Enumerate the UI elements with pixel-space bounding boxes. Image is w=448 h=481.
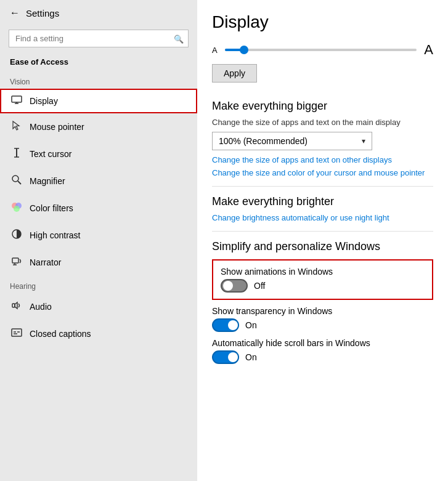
sidebar-item-mouse-pointer[interactable]: Mouse pointer (0, 113, 197, 140)
high-contrast-icon (11, 228, 22, 242)
animations-toggle-wrap: Off (221, 279, 425, 293)
size-dropdown-row: 100% (Recommended) ▾ (212, 132, 433, 150)
main-content: Display A A Apply Make everything bigger… (197, 0, 448, 481)
hearing-section-label: Hearing (0, 276, 197, 293)
scrollbars-state-text: On (245, 352, 257, 362)
simplify-heading: Simplify and personalize Windows (212, 240, 433, 253)
magnifier-icon (11, 174, 22, 188)
sidebar-item-audio[interactable]: Audio (0, 293, 197, 320)
svg-rect-16 (12, 329, 22, 336)
sidebar-item-high-contrast[interactable]: High contrast (0, 222, 197, 249)
vision-section-label: Vision (0, 71, 197, 89)
transparency-toggle-wrap: On (212, 318, 433, 332)
animations-toggle-thumb (223, 281, 233, 291)
sidebar-item-closed-captions-label: Closed captions (30, 329, 91, 339)
sidebar-item-color-filters[interactable]: Color filters (0, 195, 197, 222)
transparency-state-text: On (245, 320, 257, 330)
search-input[interactable] (9, 30, 189, 47)
slider-thumb (240, 46, 248, 54)
ease-of-access-label: Ease of Access (0, 54, 197, 71)
sidebar-item-magnifier-label: Magnifier (30, 176, 65, 186)
chevron-down-icon: ▾ (362, 137, 365, 145)
sidebar-item-text-cursor[interactable]: Text cursor (0, 140, 197, 168)
text-size-large-label: A (424, 42, 433, 58)
closed-captions-icon (11, 327, 22, 341)
audio-icon (11, 300, 22, 313)
sidebar-item-audio-label: Audio (30, 302, 52, 312)
back-button[interactable]: ← Settings (0, 0, 197, 26)
animations-highlight-box: Show animations in Windows Off (212, 259, 433, 300)
narrator-icon (11, 256, 22, 269)
scrollbars-row: Automatically hide scroll bars in Window… (212, 338, 433, 364)
size-dropdown-value: 100% (Recommended) (219, 136, 307, 146)
scrollbars-toggle-thumb (228, 352, 238, 362)
sidebar-item-display-label: Display (30, 96, 58, 106)
scrollbars-label: Automatically hide scroll bars in Window… (212, 338, 433, 348)
sidebar-item-high-contrast-label: High contrast (30, 230, 80, 240)
sidebar-item-magnifier[interactable]: Magnifier (0, 168, 197, 195)
sidebar-item-display[interactable]: Display (0, 89, 197, 113)
animations-label: Show animations in Windows (221, 267, 425, 277)
svg-point-10 (14, 206, 20, 212)
search-icon: 🔍 (174, 34, 184, 43)
sidebar-item-closed-captions[interactable]: Closed captions (0, 320, 197, 347)
display-icon (11, 95, 22, 107)
other-displays-link[interactable]: Change the size of apps and text on othe… (212, 155, 433, 164)
make-brighter-heading: Make everything brighter (212, 195, 433, 208)
back-icon: ← (10, 7, 20, 18)
sidebar-item-color-filters-label: Color filters (30, 203, 73, 213)
scrollbars-toggle-wrap: On (212, 350, 433, 364)
sidebar-item-narrator-label: Narrator (30, 257, 61, 267)
scrollbars-toggle[interactable] (212, 350, 239, 364)
svg-rect-12 (12, 258, 18, 263)
settings-title: Settings (26, 8, 59, 18)
text-size-small-label: A (212, 46, 218, 55)
svg-rect-0 (12, 96, 22, 102)
text-size-row: A A (212, 42, 433, 58)
animations-toggle[interactable] (221, 279, 248, 293)
cursor-link[interactable]: Change the size and color of your cursor… (212, 168, 433, 177)
make-bigger-desc: Change the size of apps and text on the … (212, 118, 433, 127)
search-box: 🔍 (9, 30, 189, 47)
animations-state-text: Off (254, 281, 265, 291)
color-filters-icon (11, 201, 22, 215)
size-dropdown[interactable]: 100% (Recommended) ▾ (212, 132, 372, 150)
make-bigger-heading: Make everything bigger (212, 100, 433, 113)
transparency-label: Show transparency in Windows (212, 306, 433, 316)
transparency-toggle[interactable] (212, 318, 239, 332)
transparency-toggle-thumb (228, 320, 238, 330)
sidebar-item-mouse-pointer-label: Mouse pointer (30, 122, 84, 132)
page-title: Display (212, 12, 433, 32)
mouse-pointer-icon (11, 120, 22, 134)
transparency-row: Show transparency in Windows On (212, 306, 433, 332)
divider-2 (212, 231, 433, 232)
text-size-slider-track[interactable] (225, 49, 417, 51)
apply-button[interactable]: Apply (212, 64, 257, 83)
sidebar-item-text-cursor-label: Text cursor (30, 149, 71, 159)
brightness-link[interactable]: Change brightness automatically or use n… (212, 213, 433, 222)
svg-line-7 (18, 181, 21, 184)
text-cursor-icon (11, 147, 22, 161)
sidebar-item-narrator[interactable]: Narrator (0, 249, 197, 276)
sidebar: ← Settings 🔍 Ease of Access Vision Displ… (0, 0, 197, 481)
divider-1 (212, 186, 433, 187)
svg-point-6 (12, 176, 18, 182)
